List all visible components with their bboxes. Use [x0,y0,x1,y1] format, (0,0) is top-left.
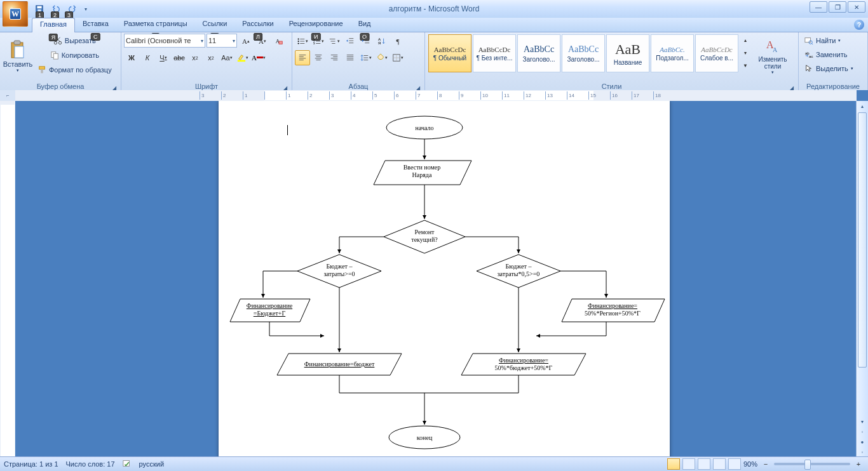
flowchart: начало Ввести номер Наряда Ремонт текущи… [219,101,670,457]
grow-font-button[interactable]: A▴ [238,34,254,49]
highlight-button[interactable]: ▾ [235,50,250,65]
zoom-level[interactable]: 90% [743,460,757,468]
font-color-button[interactable]: A▾ [251,50,266,65]
svg-text:=Бюджет+Г: =Бюджет+Г [254,310,286,317]
tab-mailings[interactable]: РассылкиЛ [234,18,281,32]
style-item[interactable]: АаВНазвание [606,34,649,72]
view-draft[interactable] [728,458,741,470]
underline-button[interactable]: Ч▾ [156,50,171,65]
shrink-font-button[interactable]: A▾ [255,34,270,49]
status-words[interactable]: Число слов: 17 [66,460,115,468]
align-center-button[interactable] [311,50,326,65]
find-button[interactable]: Найти▾ [801,34,844,48]
tab-insert[interactable]: ВставкаС [75,18,116,32]
office-button[interactable] [3,1,28,27]
view-web-layout[interactable] [698,458,710,470]
shading-button[interactable]: ▾ [374,50,390,65]
svg-text:Ремонт: Ремонт [415,229,435,236]
vertical-ruler[interactable] [0,101,16,457]
style-item[interactable]: AaBbCcDc¶ Обычный [428,34,471,72]
scroll-up-button[interactable]: ▴ [857,101,868,111]
group-font: Calibri (Основной те▾ 11▾ A▴ A▾ A Ж К Ч▾… [121,32,292,91]
style-item[interactable]: AaBbCc.Подзагол... [651,34,694,72]
scroll-down-button[interactable]: ▾ [857,416,868,427]
status-page[interactable]: Страница: 1 из 1 [4,460,58,468]
view-full-screen[interactable] [682,458,695,470]
change-styles-button[interactable]: AA Изменить стили▾ [753,34,792,79]
font-size-combo[interactable]: 11▾ [207,34,237,48]
italic-button[interactable]: К [140,50,155,65]
decrease-indent-button[interactable] [342,34,358,49]
justify-button[interactable] [342,50,358,65]
status-proofing-icon[interactable] [123,459,132,469]
styles-scroll-up[interactable]: ▴ [740,34,750,46]
svg-rect-1 [37,6,42,9]
clear-formatting-button[interactable]: A [271,34,287,49]
show-marks-button[interactable]: ¶ [390,34,405,49]
change-case-button[interactable]: Aa▾ [219,50,234,65]
svg-text:Бюджет –: Бюджет – [506,263,532,270]
superscript-button[interactable]: x2 [203,50,219,65]
maximize-button[interactable]: ❐ [829,1,846,13]
qat-customize-button[interactable]: ▾ [81,2,90,16]
replace-button[interactable]: abacЗаменить [801,48,850,62]
styles-scroll-down[interactable]: ▾ [740,46,750,59]
tab-review[interactable]: РецензированиеИ [281,18,351,32]
increase-indent-button[interactable] [358,34,374,49]
svg-text:50%*бюджет+50%*Г: 50%*бюджет+50%*Г [495,364,553,371]
style-item[interactable]: AaBbCcЗаголово... [562,34,605,72]
group-font-label: Шрифт [195,83,218,90]
styles-expand[interactable]: ▼ [740,59,750,72]
align-right-button[interactable] [327,50,342,65]
zoom-slider[interactable] [774,463,850,465]
svg-point-15 [298,38,299,39]
align-left-button[interactable] [295,50,310,65]
svg-text:ac: ac [809,54,813,58]
next-page-button[interactable]: ◦ [857,447,868,457]
ruler-corner[interactable]: ⌐ [0,90,16,102]
minimize-button[interactable]: — [810,1,827,13]
tab-home[interactable]: ГлавнаяЯ [32,18,75,32]
text-cursor [287,125,288,135]
sort-button[interactable]: AЯ [374,34,390,49]
prev-page-button[interactable]: ◦ [857,427,868,437]
view-outline[interactable] [713,458,726,470]
select-button[interactable]: Выделить▾ [801,62,857,76]
cut-button[interactable]: Вырезать [34,34,115,48]
scroll-thumb[interactable] [858,112,867,368]
svg-point-17 [298,43,299,44]
format-painter-button[interactable]: Формат по образцу [34,63,115,77]
strikethrough-button[interactable]: abc [172,50,187,65]
close-button[interactable]: ✕ [848,1,865,13]
style-item[interactable]: AaBbCcЗаголово... [517,34,560,72]
horizontal-ruler[interactable]: 321123456789101112131415161718 [15,90,857,102]
styles-gallery[interactable]: AaBbCcDc¶ ОбычныйAaBbCcDc¶ Без инте...Aa… [428,34,739,76]
font-name-combo[interactable]: Calibri (Основной те▾ [124,34,205,48]
zoom-in-button[interactable]: + [853,458,864,470]
status-language[interactable]: русский [139,460,164,468]
style-item[interactable]: AaBbCcDc¶ Без инте... [473,34,516,72]
line-spacing-button[interactable]: ▾ [358,50,374,65]
group-paragraph-label: Абзац [349,83,369,90]
help-button[interactable]: ? [854,20,864,30]
bullets-button[interactable]: ▾ [295,34,310,49]
browse-object-button[interactable]: ● [857,437,868,447]
borders-button[interactable]: ▾ [390,50,405,65]
numbering-button[interactable]: 123▾ [311,34,326,49]
subscript-button[interactable]: x2 [187,50,203,65]
multilevel-button[interactable]: ▾ [327,34,342,49]
vertical-scrollbar[interactable]: ▴ ▾ ◦ ● ◦ [856,101,868,457]
page[interactable]: начало Ввести номер Наряда Ремонт текущи… [219,101,670,457]
zoom-out-button[interactable]: − [760,458,771,470]
svg-rect-13 [279,41,282,44]
style-item[interactable]: AaBbCcDcСлабое в... [695,34,738,72]
tab-references[interactable]: СсылкиС [195,18,235,32]
copy-button[interactable]: Копировать [34,48,115,62]
paste-button[interactable]: Вставить▾ [3,34,33,79]
zoom-slider-thumb[interactable] [804,460,811,470]
document-scroll[interactable]: начало Ввести номер Наряда Ремонт текущи… [15,101,857,457]
bold-button[interactable]: Ж [124,50,139,65]
view-print-layout[interactable] [667,458,680,470]
tab-view[interactable]: ВидО [351,18,379,32]
tab-page-layout[interactable]: Разметка страницыЗ [116,18,195,32]
